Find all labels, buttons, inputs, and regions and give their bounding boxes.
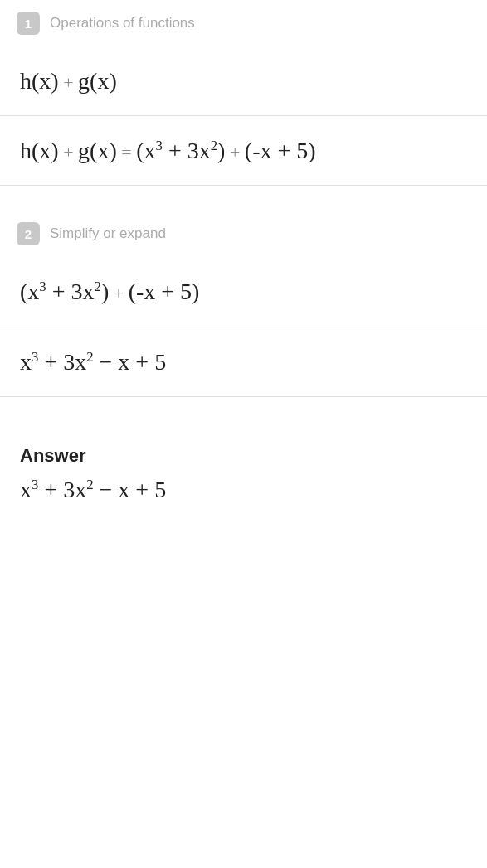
step2-header: 2 Simplify or expand [0,211,487,257]
answer-label: Answer [20,445,467,467]
step2-expr3-text: (x3 + 3x2) + (-x + 5) [20,279,199,304]
answer-section: Answer x3 + 3x2 − x + 5 [0,422,487,523]
spacer1 [0,186,487,211]
step2-label: Simplify or expand [50,225,166,242]
step1-expression1: h(x) + g(x) [0,46,487,115]
spacer2 [0,397,487,422]
step2-expression3: (x3 + 3x2) + (-x + 5) [0,257,487,326]
step1-header: 1 Operations of functions [0,0,487,46]
answer-expression: x3 + 3x2 − x + 5 [20,477,166,502]
step1-expr1-text: h(x) + g(x) [20,68,117,94]
step2-expr4-text: x3 + 3x2 − x + 5 [20,349,166,375]
step1-expr2-text: h(x) + g(x) = (x3 + 3x2) + (-x + 5) [20,138,316,163]
step2-badge: 2 [17,222,40,245]
page-container: 1 Operations of functions h(x) + g(x) h(… [0,0,487,523]
step2-expression4: x3 + 3x2 − x + 5 [0,327,487,396]
step1-badge: 1 [17,12,40,35]
step1-label: Operations of functions [50,15,195,32]
step1-expression2: h(x) + g(x) = (x3 + 3x2) + (-x + 5) [0,116,487,185]
